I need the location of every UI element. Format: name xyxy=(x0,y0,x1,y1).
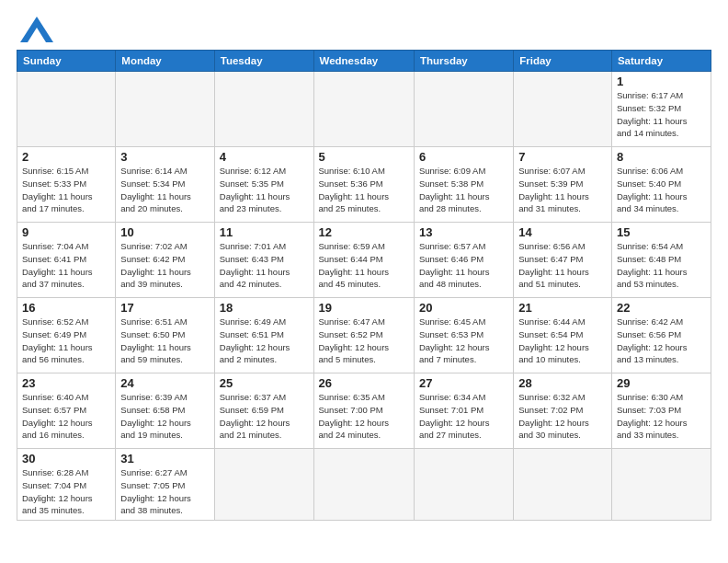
calendar-week-1: 2Sunrise: 6:15 AM Sunset: 5:33 PM Daylig… xyxy=(17,147,711,223)
day-info: Sunrise: 6:39 AM Sunset: 6:58 PM Dayligh… xyxy=(120,391,209,442)
day-info: Sunrise: 6:07 AM Sunset: 5:39 PM Dayligh… xyxy=(518,165,607,215)
day-number: 3 xyxy=(120,150,209,164)
calendar-cell: 24Sunrise: 6:39 AM Sunset: 6:58 PM Dayli… xyxy=(116,373,214,449)
calendar-cell: 14Sunrise: 6:56 AM Sunset: 6:47 PM Dayli… xyxy=(514,223,612,298)
day-number: 5 xyxy=(319,150,409,164)
day-number: 22 xyxy=(617,301,706,315)
day-number: 29 xyxy=(617,376,706,390)
calendar-cell: 6Sunrise: 6:09 AM Sunset: 5:38 PM Daylig… xyxy=(414,147,513,223)
calendar-cell: 30Sunrise: 6:28 AM Sunset: 7:04 PM Dayli… xyxy=(17,449,116,521)
day-number: 14 xyxy=(518,225,607,239)
calendar-cell: 23Sunrise: 6:40 AM Sunset: 6:57 PM Dayli… xyxy=(17,373,116,449)
day-number: 20 xyxy=(419,301,508,315)
day-info: Sunrise: 6:45 AM Sunset: 6:53 PM Dayligh… xyxy=(419,316,508,366)
day-info: Sunrise: 7:01 AM Sunset: 6:43 PM Dayligh… xyxy=(220,240,309,291)
calendar-cell: 25Sunrise: 6:37 AM Sunset: 6:59 PM Dayli… xyxy=(214,373,313,449)
day-number: 27 xyxy=(419,376,508,390)
day-number: 10 xyxy=(120,225,209,239)
day-info: Sunrise: 6:27 AM Sunset: 7:05 PM Dayligh… xyxy=(120,466,209,517)
day-info: Sunrise: 6:06 AM Sunset: 5:40 PM Dayligh… xyxy=(617,165,706,215)
day-number: 18 xyxy=(220,301,309,315)
day-number: 11 xyxy=(220,225,309,239)
calendar-cell: 8Sunrise: 6:06 AM Sunset: 5:40 PM Daylig… xyxy=(611,147,711,223)
day-info: Sunrise: 6:30 AM Sunset: 7:03 PM Dayligh… xyxy=(617,391,706,442)
day-number: 19 xyxy=(319,301,409,315)
calendar-cell: 28Sunrise: 6:32 AM Sunset: 7:02 PM Dayli… xyxy=(514,373,612,449)
calendar-cell: 11Sunrise: 7:01 AM Sunset: 6:43 PM Dayli… xyxy=(214,223,313,298)
day-info: Sunrise: 6:42 AM Sunset: 6:56 PM Dayligh… xyxy=(617,316,706,366)
calendar-cell xyxy=(514,449,612,521)
calendar-cell xyxy=(611,449,711,521)
day-number: 2 xyxy=(22,150,110,164)
calendar-week-2: 9Sunrise: 7:04 AM Sunset: 6:41 PM Daylig… xyxy=(17,223,711,298)
weekday-header-monday: Monday xyxy=(116,51,214,72)
logo-icon xyxy=(20,17,53,42)
day-info: Sunrise: 6:51 AM Sunset: 6:50 PM Dayligh… xyxy=(120,316,209,366)
day-info: Sunrise: 6:40 AM Sunset: 6:57 PM Dayligh… xyxy=(22,391,110,442)
day-info: Sunrise: 6:56 AM Sunset: 6:47 PM Dayligh… xyxy=(518,240,607,291)
day-info: Sunrise: 6:49 AM Sunset: 6:51 PM Dayligh… xyxy=(220,316,309,366)
calendar-cell xyxy=(116,72,214,147)
calendar-cell xyxy=(17,72,116,147)
calendar-cell xyxy=(214,449,313,521)
calendar-cell: 1Sunrise: 6:17 AM Sunset: 5:32 PM Daylig… xyxy=(611,72,711,147)
header xyxy=(17,17,711,42)
calendar-cell: 13Sunrise: 6:57 AM Sunset: 6:46 PM Dayli… xyxy=(414,223,513,298)
day-number: 8 xyxy=(617,150,706,164)
weekday-header-row: SundayMondayTuesdayWednesdayThursdayFrid… xyxy=(17,51,711,72)
page: SundayMondayTuesdayWednesdayThursdayFrid… xyxy=(0,0,728,563)
day-number: 25 xyxy=(220,376,309,390)
calendar-cell: 12Sunrise: 6:59 AM Sunset: 6:44 PM Dayli… xyxy=(313,223,414,298)
day-info: Sunrise: 6:32 AM Sunset: 7:02 PM Dayligh… xyxy=(518,391,607,442)
day-info: Sunrise: 6:15 AM Sunset: 5:33 PM Dayligh… xyxy=(22,165,110,215)
calendar-cell xyxy=(514,72,612,147)
day-number: 16 xyxy=(22,301,110,315)
day-number: 15 xyxy=(617,225,706,239)
calendar-week-3: 16Sunrise: 6:52 AM Sunset: 6:49 PM Dayli… xyxy=(17,298,711,373)
weekday-header-friday: Friday xyxy=(514,51,612,72)
logo xyxy=(17,17,53,42)
day-info: Sunrise: 6:17 AM Sunset: 5:32 PM Dayligh… xyxy=(617,89,706,140)
day-info: Sunrise: 6:10 AM Sunset: 5:36 PM Dayligh… xyxy=(319,165,409,215)
calendar-cell: 15Sunrise: 6:54 AM Sunset: 6:48 PM Dayli… xyxy=(611,223,711,298)
day-info: Sunrise: 6:28 AM Sunset: 7:04 PM Dayligh… xyxy=(22,466,110,517)
calendar-cell: 20Sunrise: 6:45 AM Sunset: 6:53 PM Dayli… xyxy=(414,298,513,373)
day-info: Sunrise: 7:02 AM Sunset: 6:42 PM Dayligh… xyxy=(120,240,209,291)
day-number: 1 xyxy=(617,75,706,88)
day-number: 30 xyxy=(22,452,110,465)
day-number: 4 xyxy=(220,150,309,164)
day-number: 28 xyxy=(518,376,607,390)
day-info: Sunrise: 6:14 AM Sunset: 5:34 PM Dayligh… xyxy=(120,165,209,215)
calendar-cell: 7Sunrise: 6:07 AM Sunset: 5:39 PM Daylig… xyxy=(514,147,612,223)
calendar-table: SundayMondayTuesdayWednesdayThursdayFrid… xyxy=(17,50,711,521)
calendar-cell: 17Sunrise: 6:51 AM Sunset: 6:50 PM Dayli… xyxy=(116,298,214,373)
day-number: 31 xyxy=(120,452,209,465)
calendar-week-4: 23Sunrise: 6:40 AM Sunset: 6:57 PM Dayli… xyxy=(17,373,711,449)
day-info: Sunrise: 6:44 AM Sunset: 6:54 PM Dayligh… xyxy=(518,316,607,366)
calendar-cell: 26Sunrise: 6:35 AM Sunset: 7:00 PM Dayli… xyxy=(313,373,414,449)
calendar-cell: 3Sunrise: 6:14 AM Sunset: 5:34 PM Daylig… xyxy=(116,147,214,223)
day-number: 23 xyxy=(22,376,110,390)
day-info: Sunrise: 6:59 AM Sunset: 6:44 PM Dayligh… xyxy=(319,240,409,291)
calendar-cell: 29Sunrise: 6:30 AM Sunset: 7:03 PM Dayli… xyxy=(611,373,711,449)
calendar-week-0: 1Sunrise: 6:17 AM Sunset: 5:32 PM Daylig… xyxy=(17,72,711,147)
calendar-cell: 10Sunrise: 7:02 AM Sunset: 6:42 PM Dayli… xyxy=(116,223,214,298)
day-info: Sunrise: 6:57 AM Sunset: 6:46 PM Dayligh… xyxy=(419,240,508,291)
weekday-header-wednesday: Wednesday xyxy=(313,51,414,72)
day-info: Sunrise: 6:47 AM Sunset: 6:52 PM Dayligh… xyxy=(319,316,409,366)
day-info: Sunrise: 6:54 AM Sunset: 6:48 PM Dayligh… xyxy=(617,240,706,291)
day-info: Sunrise: 6:35 AM Sunset: 7:00 PM Dayligh… xyxy=(319,391,409,442)
calendar-cell: 18Sunrise: 6:49 AM Sunset: 6:51 PM Dayli… xyxy=(214,298,313,373)
day-number: 9 xyxy=(22,225,110,239)
day-number: 24 xyxy=(120,376,209,390)
calendar-cell: 22Sunrise: 6:42 AM Sunset: 6:56 PM Dayli… xyxy=(611,298,711,373)
day-number: 12 xyxy=(319,225,409,239)
weekday-header-saturday: Saturday xyxy=(611,51,711,72)
day-number: 7 xyxy=(518,150,607,164)
day-number: 13 xyxy=(419,225,508,239)
calendar-cell: 9Sunrise: 7:04 AM Sunset: 6:41 PM Daylig… xyxy=(17,223,116,298)
weekday-header-tuesday: Tuesday xyxy=(214,51,313,72)
calendar-cell: 2Sunrise: 6:15 AM Sunset: 5:33 PM Daylig… xyxy=(17,147,116,223)
calendar-cell xyxy=(313,72,414,147)
day-number: 17 xyxy=(120,301,209,315)
